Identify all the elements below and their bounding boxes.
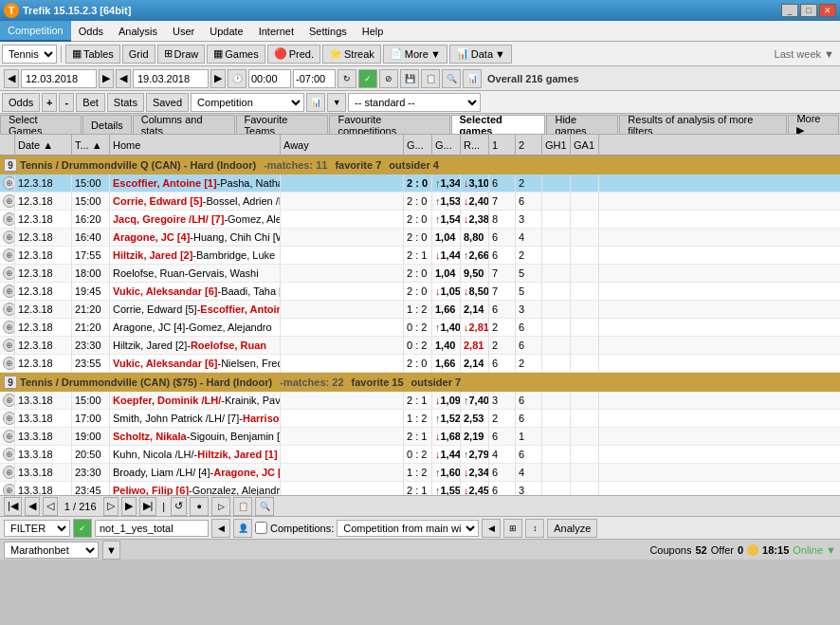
competition-main-select[interactable]: Competition from main winc	[337, 520, 479, 537]
tab-details[interactable]: Details	[82, 115, 132, 134]
bookmaker-select[interactable]: Marathonbet	[4, 542, 99, 559]
competition-select[interactable]: Competition	[191, 93, 304, 112]
menu-odds[interactable]: Odds	[71, 21, 111, 42]
row-expand-btn[interactable]: ⊕	[3, 176, 15, 190]
competition-icon-btn[interactable]: 📊	[306, 93, 325, 112]
next-page-btn[interactable]: ▶	[121, 497, 137, 516]
more-button[interactable]: 📄 More ▼	[383, 45, 447, 64]
games-button[interactable]: ▦ Games	[207, 45, 265, 64]
grid-button[interactable]: Grid	[122, 45, 155, 64]
prev-small-btn[interactable]: ◁	[43, 497, 58, 516]
nav-next-right-button[interactable]: ▶	[210, 69, 226, 88]
icon-btn2[interactable]: ▷	[211, 497, 230, 516]
bet-button[interactable]: Bet	[76, 93, 105, 112]
icon-btn4[interactable]: 🔍	[255, 497, 274, 516]
prev-page-btn[interactable]: ◀	[25, 497, 40, 516]
maximize-button[interactable]: □	[800, 4, 817, 17]
main-table[interactable]: Date ▲ T... ▲ Home Away G... G... R... 1…	[0, 135, 840, 495]
icon-btn3[interactable]: 📋	[233, 497, 252, 516]
menu-competition[interactable]: Competition	[0, 21, 71, 42]
menu-update[interactable]: Update	[202, 21, 250, 42]
row-expand-btn[interactable]: ⊕	[3, 212, 15, 226]
row-expand-btn[interactable]: ⊕	[3, 357, 15, 370]
row-expand-btn[interactable]: ⊕	[3, 394, 15, 407]
row-expand-btn[interactable]: ⊕	[3, 303, 15, 316]
col-h-time[interactable]: T... ▲	[72, 135, 110, 156]
comp-arrow-left-btn[interactable]: ◀	[482, 519, 501, 538]
bookmaker-arrow-btn[interactable]: ▼	[102, 541, 120, 560]
time-from-input[interactable]	[248, 69, 291, 88]
tab-select-games[interactable]: Select Games	[0, 115, 82, 134]
time-to-input[interactable]	[293, 69, 336, 88]
competition-checkbox[interactable]	[255, 522, 267, 534]
menu-user[interactable]: User	[165, 21, 202, 42]
pred-button[interactable]: 🔴 Pred.	[267, 45, 320, 64]
comp-sort-btn[interactable]: ↕	[525, 519, 544, 538]
odds-button[interactable]: Odds	[2, 93, 40, 112]
row-expand-btn[interactable]: ⊕	[3, 484, 15, 495]
row-expand-btn[interactable]: ⊕	[3, 248, 15, 262]
icon-btn1[interactable]: ●	[190, 497, 209, 516]
row-expand-btn[interactable]: ⊕	[3, 194, 15, 208]
chart-button[interactable]: 📊	[463, 69, 482, 88]
sport-select[interactable]: Tennis	[2, 45, 57, 64]
date-from-input[interactable]	[21, 69, 97, 88]
filter-person-btn[interactable]: 👤	[233, 519, 252, 538]
nav-arrow-button[interactable]: ◀	[116, 69, 131, 88]
menu-help[interactable]: Help	[355, 21, 392, 42]
copy-button[interactable]: 📋	[421, 69, 440, 88]
row-expand-btn[interactable]: ⊕	[3, 412, 15, 425]
group-expand-2[interactable]: 9	[4, 376, 17, 389]
tab-selected-games[interactable]: Selected games	[451, 115, 546, 134]
col-h-date[interactable]: Date ▲	[15, 135, 72, 156]
search-button[interactable]: 🔍	[442, 69, 461, 88]
tab-results-analysis[interactable]: Results of analysis of more filters	[619, 115, 787, 134]
close-button[interactable]: ✕	[819, 4, 836, 17]
row-expand-btn[interactable]: ⊕	[3, 230, 15, 244]
group-expand-1[interactable]: 9	[4, 158, 17, 172]
menu-settings[interactable]: Settings	[301, 21, 355, 42]
minimize-button[interactable]: _	[781, 4, 798, 17]
clock-icon-btn[interactable]: 🕐	[228, 69, 247, 88]
streak-button[interactable]: ⭐ Streak	[322, 45, 381, 64]
tab-fav-teams[interactable]: Favourite Teams	[236, 115, 329, 134]
stats-button[interactable]: Stats	[107, 93, 144, 112]
filter-apply-btn[interactable]: ✓	[73, 519, 92, 538]
row-expand-btn[interactable]: ⊕	[3, 267, 15, 280]
menu-analysis[interactable]: Analysis	[111, 21, 165, 42]
tab-columns-stats[interactable]: Columns and stats	[133, 115, 235, 134]
saved-button[interactable]: Saved	[146, 93, 189, 112]
tables-button[interactable]: ▦ Tables	[65, 45, 120, 64]
next-small-btn[interactable]: ▷	[103, 497, 119, 516]
tab-more[interactable]: More ▶	[788, 115, 839, 134]
save-button[interactable]: 💾	[400, 69, 419, 88]
filter-mode-select[interactable]: FILTER	[4, 520, 70, 537]
competition-arrow-btn[interactable]: ▼	[327, 93, 346, 112]
filter-button[interactable]: ⊘	[379, 69, 398, 88]
row-expand-btn[interactable]: ⊕	[3, 285, 15, 298]
analyze-button[interactable]: Analyze	[547, 519, 597, 538]
comp-layout-btn[interactable]: ⊞	[503, 519, 522, 538]
reload-btn[interactable]: ↺	[171, 497, 187, 516]
nav-next-left-button[interactable]: ▶	[99, 69, 114, 88]
row-expand-btn[interactable]: ⊕	[3, 466, 15, 479]
odds-minus-button[interactable]: -	[59, 93, 74, 112]
draw-button[interactable]: ⊞ Draw	[157, 45, 206, 64]
row-expand-btn[interactable]: ⊕	[3, 339, 15, 352]
refresh-button[interactable]: ↻	[338, 69, 356, 88]
last-page-btn[interactable]: ▶|	[139, 497, 157, 516]
row-expand-btn[interactable]: ⊕	[3, 430, 15, 443]
standard-select[interactable]: -- standard --	[348, 93, 481, 112]
date-to-input[interactable]	[133, 69, 209, 88]
tab-fav-competitions[interactable]: Favourite competitions	[329, 115, 449, 134]
go-button[interactable]: ✓	[358, 69, 377, 88]
data-button[interactable]: 📊 Data ▼	[449, 45, 512, 64]
row-expand-btn[interactable]: ⊕	[3, 448, 15, 461]
tab-hide-games[interactable]: Hide games	[546, 115, 618, 134]
menu-internet[interactable]: Internet	[251, 21, 301, 42]
filter-arrow-left-btn[interactable]: ◀	[211, 519, 230, 538]
odds-plus-button[interactable]: +	[42, 93, 57, 112]
first-page-btn[interactable]: |◀	[4, 497, 22, 516]
row-expand-btn[interactable]: ⊕	[3, 321, 15, 334]
nav-prev-button[interactable]: ◀	[4, 69, 19, 88]
